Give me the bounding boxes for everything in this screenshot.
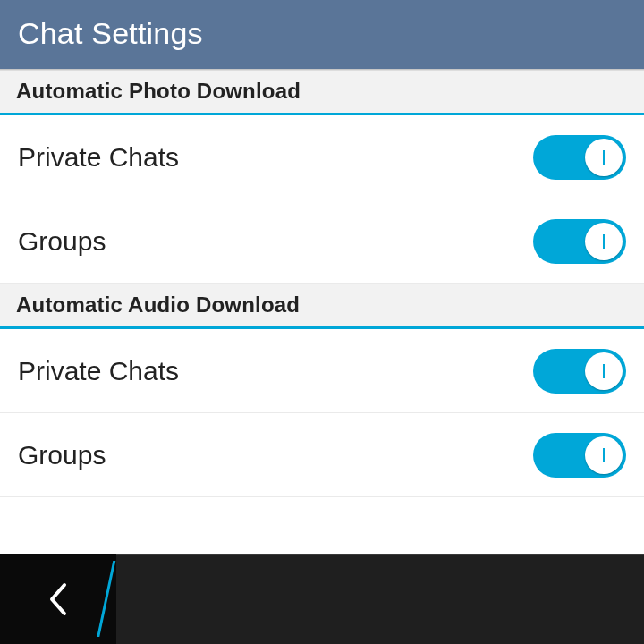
toggle-audio-groups[interactable]: [533, 433, 626, 478]
toggle-audio-private[interactable]: [533, 349, 626, 394]
row-photo-private[interactable]: Private Chats: [0, 115, 644, 199]
toggle-photo-private[interactable]: [533, 135, 626, 180]
bottom-bar: [0, 554, 644, 644]
row-label: Private Chats: [18, 356, 179, 386]
chevron-left-icon: [47, 581, 70, 617]
row-audio-private[interactable]: Private Chats: [0, 329, 644, 413]
page-title: Chat Settings: [0, 0, 644, 70]
row-photo-groups[interactable]: Groups: [0, 199, 644, 284]
section-header-photo: Automatic Photo Download: [0, 70, 644, 115]
settings-content: Automatic Photo Download Private Chats G…: [0, 70, 644, 554]
row-label: Private Chats: [18, 142, 179, 173]
back-button[interactable]: [0, 554, 116, 644]
toggle-photo-groups[interactable]: [533, 219, 626, 264]
section-header-audio: Automatic Audio Download: [0, 284, 644, 329]
row-label: Groups: [18, 440, 106, 470]
row-audio-groups[interactable]: Groups: [0, 413, 644, 497]
chat-settings-screen: Chat Settings Automatic Photo Download P…: [0, 0, 644, 644]
back-separator: [96, 554, 117, 644]
row-label: Groups: [18, 226, 106, 257]
